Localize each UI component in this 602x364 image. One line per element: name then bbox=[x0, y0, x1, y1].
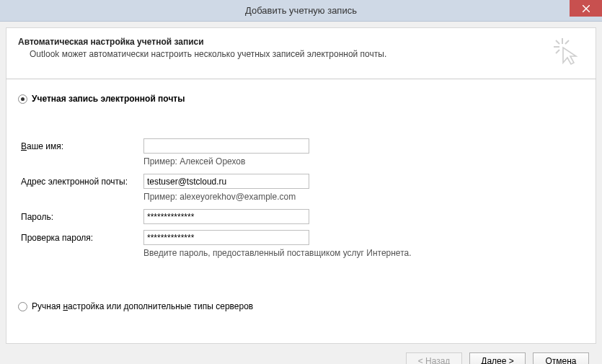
radio-email-account[interactable]: Учетная запись электронной почты bbox=[18, 94, 584, 104]
radio-manual-label: Ручная настройка или дополнительные типы… bbox=[32, 301, 253, 311]
label-name: Ваше имя: bbox=[21, 141, 143, 151]
cancel-button[interactable]: Отмена bbox=[533, 352, 589, 364]
back-button: < Назад bbox=[406, 352, 462, 364]
radio-icon bbox=[18, 302, 27, 311]
wizard-header: Автоматическая настройка учетной записи … bbox=[6, 27, 596, 79]
button-bar: < Назад Далее > Отмена bbox=[0, 344, 602, 364]
radio-manual[interactable]: Ручная настройка или дополнительные типы… bbox=[18, 301, 584, 311]
svg-line-4 bbox=[556, 40, 559, 44]
row-password: Пароль: bbox=[21, 209, 584, 224]
next-button[interactable]: Далее > bbox=[469, 352, 526, 364]
radio-icon bbox=[18, 94, 27, 104]
titlebar: Добавить учетную запись bbox=[0, 0, 602, 22]
row-confirm: Проверка пароля: bbox=[21, 230, 584, 245]
header-subtitle: Outlook может автоматически настроить не… bbox=[18, 49, 552, 59]
row-name: Ваше имя: bbox=[21, 138, 584, 154]
row-email: Адрес электронной почты: bbox=[21, 174, 584, 189]
form-grid: Ваше имя: Пример: Алексей Орехов Адрес э… bbox=[21, 138, 584, 258]
label-password: Пароль: bbox=[21, 212, 143, 222]
main-panel: Учетная запись электронной почты Ваше им… bbox=[6, 79, 596, 344]
header-text: Автоматическая настройка учетной записи … bbox=[18, 37, 552, 66]
svg-line-6 bbox=[556, 50, 559, 53]
header-title: Автоматическая настройка учетной записи bbox=[18, 37, 552, 47]
email-input[interactable] bbox=[143, 174, 309, 189]
password-input[interactable] bbox=[143, 209, 309, 224]
hint-password: Введите пароль, предоставленный поставщи… bbox=[143, 248, 584, 258]
window-title: Добавить учетную запись bbox=[0, 5, 602, 16]
content-area: Автоматическая настройка учетной записи … bbox=[0, 22, 602, 364]
close-icon bbox=[583, 5, 590, 12]
name-input[interactable] bbox=[143, 138, 309, 154]
hint-email: Пример: alexeyorekhov@example.com bbox=[143, 192, 584, 202]
label-confirm: Проверка пароля: bbox=[21, 233, 143, 243]
confirm-input[interactable] bbox=[143, 230, 309, 245]
label-email: Адрес электронной почты: bbox=[21, 177, 143, 187]
hint-name: Пример: Алексей Орехов bbox=[143, 156, 584, 167]
svg-line-5 bbox=[565, 40, 569, 44]
radio-email-label: Учетная запись электронной почты bbox=[32, 94, 185, 104]
cursor-click-icon bbox=[552, 37, 581, 66]
close-button[interactable] bbox=[570, 0, 602, 17]
